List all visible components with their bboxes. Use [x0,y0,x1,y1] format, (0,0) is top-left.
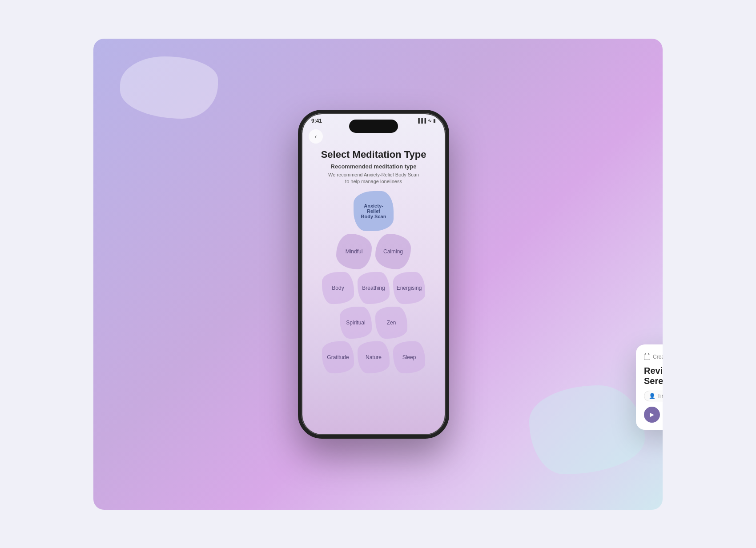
play-button[interactable]: ▶ [644,407,660,423]
meditation-type-anxiety-relief[interactable]: Anxiety-ReliefBody Scan [354,191,394,231]
popup-tags: 👤 Tired 👤 Anxious 👤 Acceptance [644,391,663,401]
status-time: 9:41 [311,118,322,124]
blob-decoration-br [529,385,645,474]
meditation-type-zen[interactable]: Zen [375,307,407,339]
battery-icon: ▮ [433,118,436,123]
meditation-type-gratitude[interactable]: Gratitude [322,341,354,373]
meditation-type-spiritual[interactable]: Spiritual [340,307,372,339]
meditation-type-energising[interactable]: Energising [393,272,425,304]
popup-date: Created on 06/14/23 [644,354,663,360]
page-title: Select Meditation Type [309,149,438,160]
flower-row-3: Body Breathing Energising [322,272,425,304]
meditation-type-body[interactable]: Body [322,272,354,304]
signal-icon: ▐▐▐ [417,118,426,123]
play-row: ▶ 15 min [644,407,663,423]
back-icon: ‹ [315,133,317,140]
meditation-type-breathing[interactable]: Breathing [358,272,390,304]
tag-tired-label: Tired [657,393,663,399]
popup-footer: ▶ 15 min 🗒 [644,407,663,423]
status-icons: ▐▐▐ ∿ ▮ [417,118,436,123]
flower-row-2: Mindful Calming [336,234,411,269]
flower-row-4: Spiritual Zen [340,307,407,339]
phone-mockup: 9:41 ▐▐▐ ∿ ▮ ‹ Select Meditation Type Re… [298,110,449,439]
blob-decoration-tl [120,56,218,119]
popup-title: Revitalising Journey of Serenity [644,366,663,386]
flower-row-5: Gratitude Nature Sleep [322,341,425,373]
tag-tired-icon: 👤 [649,393,655,399]
calendar-icon [644,354,650,360]
meditation-type-calming[interactable]: Calming [375,234,411,269]
recommendation-description: We recommend Anxiety-Relief Body Scanto … [309,172,438,185]
meditation-type-nature[interactable]: Nature [358,341,390,373]
popup-date-text: Created on 06/14/23 [653,354,663,360]
wifi-icon: ∿ [428,118,431,123]
dynamic-island [349,120,398,133]
meditation-type-sleep[interactable]: Sleep [393,341,425,373]
session-popup-card: Created on 06/14/23 × Revitalising Journ… [636,344,663,430]
meditation-type-grid: Anxiety-ReliefBody Scan Mindful Calming … [309,191,438,373]
flower-row-1: Anxiety-ReliefBody Scan [354,191,394,231]
phone-content: ‹ Select Meditation Type Recommended med… [302,124,446,424]
popup-header: Created on 06/14/23 × [644,352,663,362]
back-button[interactable]: ‹ [309,129,323,144]
tag-tired[interactable]: 👤 Tired [644,391,663,401]
recommendation-subtitle: Recommended meditation type [309,163,438,170]
app-background: 9:41 ▐▐▐ ∿ ▮ ‹ Select Meditation Type Re… [93,39,663,510]
meditation-type-mindful[interactable]: Mindful [336,234,372,269]
